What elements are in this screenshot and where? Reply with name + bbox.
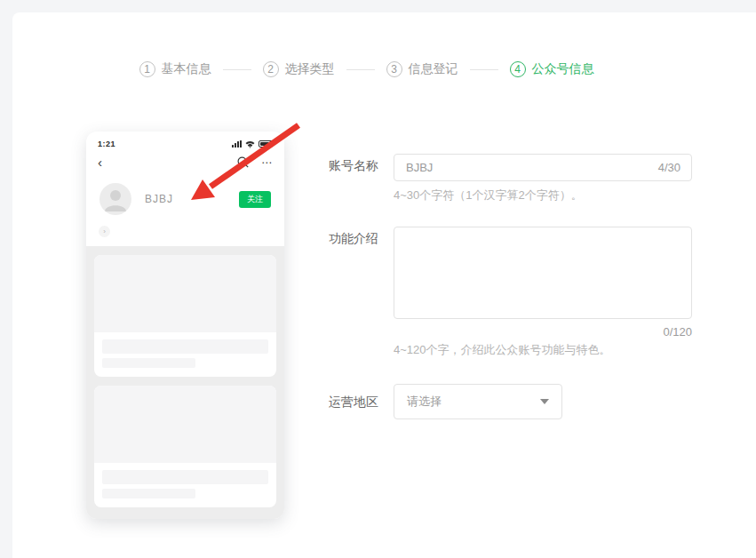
intro-counter: 0/120 [571,325,692,339]
avatar [99,183,131,215]
search-icon [237,156,249,168]
step-label: 公众号信息 [532,61,594,77]
article-title-placeholder [102,339,268,354]
region-placeholder: 请选择 [407,394,442,410]
registration-page: 1 基本信息 2 选择类型 3 信息登记 4 公众号信息 1:21 [0,0,756,558]
step-connector [223,69,251,70]
battery-icon [259,140,273,147]
region-label: 运营地区 [329,395,378,411]
step-label: 基本信息 [162,61,211,77]
step-number: 1 [139,61,155,77]
chevron-right-icon: › [99,226,110,237]
intro-helper: 4~120个字，介绍此公众账号功能与特色。 [394,342,611,358]
status-icons [232,140,273,148]
expand-row: › [86,220,284,246]
phone-status-bar: 1:21 [86,132,284,148]
feed-article-card [94,386,276,507]
region-select[interactable]: 请选择 [394,384,562,419]
step-number: 4 [510,61,526,77]
article-title-placeholder [102,470,268,484]
feed-article-card [94,255,276,377]
person-silhouette-icon [99,183,131,215]
phone-preview: 1:21 ‹ ⋯ [86,132,284,519]
step-number: 3 [386,61,402,77]
signal-icon [232,140,242,147]
step-label: 信息登记 [409,61,458,77]
article-subtitle-placeholder [102,489,195,498]
article-image-placeholder [94,386,276,463]
step-connector [346,69,375,70]
step-connector [470,69,498,70]
intro-textarea[interactable] [394,227,692,319]
account-name-label: 账号名称 [329,158,378,174]
intro-label: 功能介绍 [329,231,378,247]
article-image-placeholder [94,255,276,332]
back-icon: ‹ [98,155,102,169]
preview-account-name: BJBJ [145,193,173,205]
step-number: 2 [263,61,279,77]
more-icon: ⋯ [261,157,273,168]
step-info-registration: 3 信息登记 [386,61,458,77]
article-subtitle-placeholder [102,358,195,368]
phone-feed [86,246,284,519]
follow-button: 关注 [239,191,271,208]
step-select-type: 2 选择类型 [263,61,335,77]
account-name-helper: 4~30个字符（1个汉字算2个字符）。 [394,187,583,203]
account-name-counter: 4/30 [646,161,692,174]
profile-row: BJBJ 关注 [86,172,284,220]
step-account-info-active: 4 公众号信息 [510,61,594,77]
wizard-stepper: 1 基本信息 2 选择类型 3 信息登记 4 公众号信息 [12,61,720,77]
dropdown-caret-icon [540,399,549,404]
step-basic-info: 1 基本信息 [139,61,211,77]
phone-nav-bar: ‹ ⋯ [86,148,284,172]
wifi-icon [245,140,255,148]
content-card: 1 基本信息 2 选择类型 3 信息登记 4 公众号信息 1:21 [12,12,756,558]
status-time: 1:21 [98,140,115,148]
step-label: 选择类型 [285,61,335,77]
